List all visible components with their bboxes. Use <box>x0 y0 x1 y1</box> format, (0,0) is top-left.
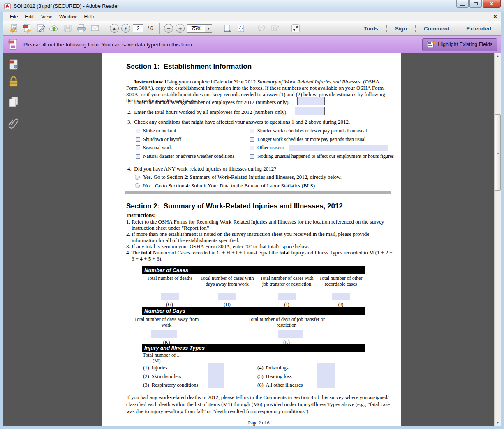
fit-width-button[interactable] <box>222 23 233 34</box>
zoom-dropdown-button[interactable]: ▼ <box>205 25 212 32</box>
create-pdf-button[interactable] <box>21 23 32 34</box>
comment-note-button[interactable] <box>256 23 267 34</box>
hearing-loss-input[interactable] <box>317 371 335 380</box>
open-button[interactable] <box>8 23 19 34</box>
vertical-scrollbar[interactable]: ▲ ▼ <box>494 53 501 426</box>
cases-days-away-input[interactable] <box>218 293 236 300</box>
column-header: Total number of deaths <box>144 275 195 293</box>
tools-link[interactable]: Tools <box>356 25 386 32</box>
number-of-cases-header: Number of Cases <box>142 266 365 274</box>
cloud-upload-icon <box>49 23 59 34</box>
print-button[interactable] <box>76 23 87 34</box>
condition-checkbox-row: Seasonal work <box>136 145 172 151</box>
type-label: (5) Hearing loss <box>257 374 292 380</box>
maximize-button[interactable] <box>469 0 482 8</box>
zoom-level-select[interactable]: 75% ▼ <box>187 24 212 33</box>
menu-bar: File Edit View Window Help ✕ <box>3 12 501 21</box>
days-job-transfer-input[interactable] <box>278 330 303 338</box>
seasonal-work-checkbox[interactable] <box>136 145 140 150</box>
zoom-in-button[interactable]: + <box>176 24 185 33</box>
email-icon <box>90 23 100 33</box>
number-of-days-header: Number of Days <box>142 307 365 315</box>
next-page-button[interactable]: ▼ <box>121 24 130 33</box>
security-lock-icon[interactable] <box>7 75 20 88</box>
zoom-level-value: 75% <box>187 25 205 32</box>
fit-page-button[interactable] <box>235 23 246 34</box>
menu-window[interactable]: Window <box>55 13 81 21</box>
page-number-input[interactable] <box>133 24 143 32</box>
section-divider <box>125 191 391 194</box>
condition-checkbox-row: Shorter work schedules or fewer pay peri… <box>250 128 367 134</box>
column-header: Total number of cases with days away fro… <box>197 275 257 293</box>
employees-count-input[interactable] <box>297 97 325 105</box>
shutdown-layoff-checkbox[interactable] <box>136 137 140 142</box>
form-notification-bar: Please fill out the following form. You … <box>3 36 501 53</box>
sign-text-button[interactable]: T <box>269 23 280 34</box>
menu-edit[interactable]: Edit <box>21 13 37 21</box>
page-thumbnails-icon[interactable] <box>7 58 20 72</box>
sign-text-icon: T <box>270 23 280 33</box>
instruction-item: 1. Refer to the OSHA Forms for Recording… <box>126 219 394 231</box>
condition-checkbox-row: Nothing unusual happened to affect our e… <box>250 153 394 160</box>
injuries-input[interactable] <box>208 363 224 371</box>
previous-page-button[interactable]: ▲ <box>110 24 119 33</box>
scrollbar-thumb[interactable] <box>495 114 501 191</box>
skin-disorders-input[interactable] <box>208 371 224 380</box>
hours-worked-input[interactable] <box>295 107 325 115</box>
question2-label: 2. Enter the total hours worked by all e… <box>127 109 288 115</box>
other-reason-checkbox[interactable] <box>250 146 254 150</box>
comment-link[interactable]: Comment <box>416 25 458 32</box>
nothing-unusual-checkbox[interactable] <box>250 154 254 159</box>
other-recordable-cases-input[interactable] <box>332 293 350 300</box>
scroll-up-button[interactable]: ▲ <box>495 53 501 59</box>
pages-copy-icon[interactable] <box>7 95 20 108</box>
menu-view[interactable]: View <box>37 13 55 21</box>
longer-schedules-checkbox[interactable] <box>250 137 254 142</box>
cloud-upload-button[interactable] <box>49 23 60 34</box>
title-bar: SOII2012 (3).pdf (SECURED) - Adobe Reade… <box>0 0 504 12</box>
yes-radio[interactable] <box>135 175 140 180</box>
cases-job-transfer-input[interactable] <box>278 293 296 300</box>
open-icon <box>9 23 18 33</box>
checkbox-label: Nothing unusual happened to affect our e… <box>257 153 394 160</box>
shorter-schedules-checkbox[interactable] <box>250 129 254 133</box>
save-button[interactable] <box>62 23 73 34</box>
days-away-input[interactable] <box>151 330 177 338</box>
email-button[interactable] <box>89 23 100 34</box>
total-deaths-input[interactable] <box>161 293 179 300</box>
instruction-item: 3. If any total is zero on your OSHA For… <box>126 243 394 249</box>
page-footer: Page 2 of 6 <box>126 420 391 426</box>
minimize-button[interactable] <box>456 0 469 8</box>
yes-radio-label: Yes. Go to Section 2: Summary of Work-Re… <box>143 174 342 180</box>
respiratory-conditions-input[interactable] <box>208 380 224 388</box>
poisonings-input[interactable] <box>317 363 335 371</box>
window-title: SOII2012 (3).pdf (SECURED) - Adobe Reade… <box>14 3 119 9</box>
scroll-down-icon: ▼ <box>497 421 499 424</box>
maximize-icon <box>474 2 478 5</box>
extended-link[interactable]: Extended <box>458 25 499 32</box>
close-button[interactable]: ✕ <box>483 0 501 8</box>
menubar-close-icon[interactable]: ✕ <box>493 14 497 19</box>
highlight-existing-fields-button[interactable]: Highlight Existing Fields <box>422 38 497 51</box>
menu-file[interactable]: File <box>6 13 21 21</box>
type-label: (1) Injuries <box>143 365 167 371</box>
menu-help[interactable]: Help <box>81 13 98 21</box>
zoom-out-button[interactable]: − <box>164 24 173 33</box>
other-reason-input[interactable] <box>289 145 388 151</box>
fill-sign-button[interactable] <box>35 23 46 34</box>
scroll-up-icon: ▲ <box>497 55 499 58</box>
scroll-down-button[interactable]: ▼ <box>495 419 501 426</box>
reading-mode-button[interactable] <box>290 23 301 34</box>
attachments-paperclip-icon[interactable] <box>7 116 20 129</box>
strike-lockout-checkbox[interactable] <box>136 129 140 133</box>
zoom-out-icon: − <box>167 25 171 32</box>
all-other-illnesses-input[interactable] <box>317 380 335 388</box>
fit-width-icon <box>223 24 232 33</box>
natural-disaster-checkbox[interactable] <box>136 154 140 159</box>
no-radio[interactable] <box>135 183 140 188</box>
sign-link[interactable]: Sign <box>387 25 415 32</box>
type-label: (6) All other illnesses <box>257 382 303 389</box>
highlight-fields-icon <box>427 41 435 48</box>
form-document-icon <box>8 39 18 50</box>
question1-label: 1. Enter the annual average number of em… <box>127 99 290 106</box>
